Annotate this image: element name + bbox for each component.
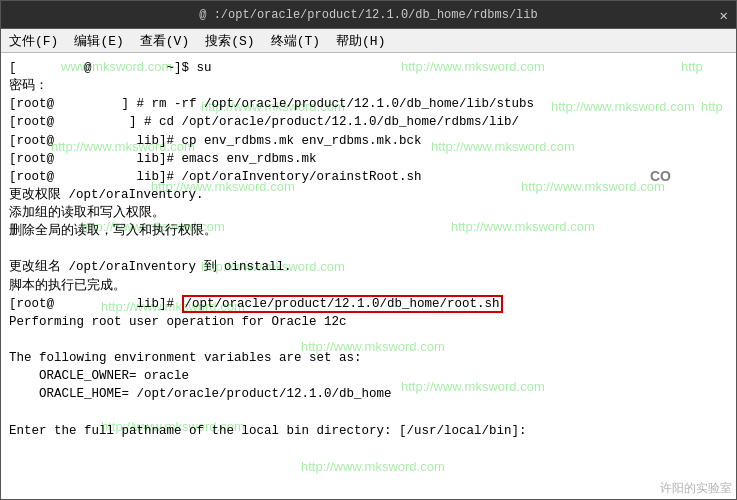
terminal-line-3: [root@ ] # rm -rf /opt/oracle/product/12… (9, 95, 728, 113)
terminal-line-18: ORACLE_OWNER= oracle (9, 367, 728, 385)
title-bar-text: @ :/opt/oracle/product/12.1.0/db_home/rd… (9, 8, 728, 22)
terminal-line-1: [ @ ~]$ su (9, 59, 728, 77)
menu-bar: 文件(F) 编辑(E) 查看(V) 搜索(S) 终端(T) 帮助(H) (1, 29, 736, 53)
menu-item-terminal[interactable]: 终端(T) (267, 32, 324, 50)
menu-item-view[interactable]: 查看(V) (136, 32, 193, 50)
menu-item-search[interactable]: 搜索(S) (201, 32, 258, 50)
bottom-watermark: 许阳的实验室 (660, 480, 732, 497)
terminal-line-11 (9, 240, 728, 258)
title-bar: @ :/opt/oracle/product/12.1.0/db_home/rd… (1, 1, 736, 29)
terminal-line-2: 密码： (9, 77, 728, 95)
terminal-line-15: Performing root user operation for Oracl… (9, 313, 728, 331)
terminal-line-8: 更改权限 /opt/oraInventory. (9, 186, 728, 204)
close-button[interactable]: ✕ (720, 6, 728, 23)
terminal-line-16 (9, 331, 728, 349)
terminal-line-13: 脚本的执行已完成。 (9, 277, 728, 295)
menu-item-file[interactable]: 文件(F) (5, 32, 62, 50)
terminal-line-9: 添加组的读取和写入权限。 (9, 204, 728, 222)
terminal-line-14: [root@ lib]# /opt/oracle/product/12.1.0/… (9, 295, 728, 313)
terminal-line-20 (9, 403, 728, 421)
menu-item-help[interactable]: 帮助(H) (332, 32, 389, 50)
terminal-line-6: [root@ lib]# emacs env_rdbms.mk (9, 150, 728, 168)
terminal-line-19: ORACLE_HOME= /opt/oracle/product/12.1.0/… (9, 385, 728, 403)
terminal-line-12: 更改组名 /opt/oraInventory 到 oinstall. (9, 258, 728, 276)
terminal-line-7: [root@ lib]# /opt/oraInventory/orainstRo… (9, 168, 728, 186)
terminal-line-21: Enter the full pathname of the local bin… (9, 422, 728, 440)
terminal-line-4: [root@ ] # cd /opt/oracle/product/12.1.0… (9, 113, 728, 131)
menu-item-edit[interactable]: 编辑(E) (70, 32, 127, 50)
highlight-command: /opt/oracle/product/12.1.0/db_home/root.… (182, 295, 503, 313)
terminal-line-5: [root@ lib]# cp env_rdbms.mk env_rdbms.m… (9, 132, 728, 150)
watermark-17: http://www.mksword.com (301, 458, 445, 477)
terminal-body: www.mksword.comhttp://www.mksword.comhtt… (1, 53, 736, 499)
terminal-line-10: 删除全局的读取，写入和执行权限。 (9, 222, 728, 240)
terminal-window: @ :/opt/oracle/product/12.1.0/db_home/rd… (0, 0, 737, 500)
terminal-line-17: The following environment variables are … (9, 349, 728, 367)
